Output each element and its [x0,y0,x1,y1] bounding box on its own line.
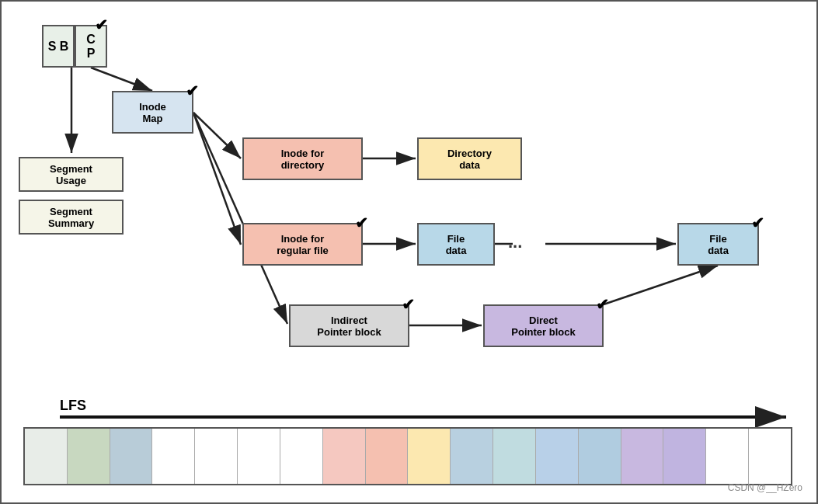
watermark: CSDN @__HZero [728,482,802,493]
direct-label: DirectPointer block [511,315,575,338]
inode-dir-box: Inode fordirectory [242,137,363,180]
lfs-cell-7 [280,429,323,484]
lfs-cell-17 [706,429,749,484]
lfs-cell-2 [68,429,110,484]
indirect-box: IndirectPointer block [289,304,409,347]
lfs-cell-1 [25,429,68,484]
lfs-cell-9 [366,429,409,484]
lfs-cell-14 [579,429,621,484]
dots: ... [508,232,522,252]
dir-data-label: Directorydata [447,148,492,171]
seg-usage-box: SegmentUsage [19,157,124,192]
dir-data-box: Directorydata [417,137,522,180]
checkmark-file-data2: ✔ [751,214,764,232]
file-data2-label: Filedata [708,233,729,256]
seg-summary-label: SegmentSummary [48,206,94,229]
direct-box: DirectPointer block [483,304,604,347]
inode-file-box: Inode forregular file [242,223,363,266]
lfs-cell-11 [451,429,493,484]
svg-line-4 [193,113,241,245]
cp-label: CP [86,33,96,61]
lfs-cell-15 [621,429,664,484]
sb-box: S B [42,25,75,68]
lfs-cell-10 [408,429,451,484]
lfs-text: LFS [60,398,86,413]
inode-map-label: InodeMap [139,101,166,124]
file-data1-label: Filedata [446,233,467,256]
lfs-cell-4 [152,429,195,484]
svg-line-3 [193,113,241,158]
svg-line-1 [91,68,152,91]
file-data1-box: Filedata [417,223,495,266]
checkmark-inode-map: ✔ [186,82,199,100]
diagram-container: S B CP ✔ InodeMap ✔ SegmentUsage Segment… [0,0,818,504]
lfs-cell-18 [749,429,791,484]
checkmark-direct: ✔ [596,295,609,314]
lfs-cell-8 [323,429,366,484]
seg-usage-label: SegmentUsage [50,163,92,186]
lfs-cell-16 [663,429,706,484]
inode-map-box: InodeMap [112,91,193,134]
inode-dir-label: Inode fordirectory [281,148,325,171]
lfs-cell-12 [493,429,536,484]
checkmark-indirect: ✔ [402,295,415,314]
inode-file-label: Inode forregular file [277,233,328,256]
lfs-bar [23,427,792,485]
checkmark-cp: ✔ [95,16,108,34]
lfs-cell-5 [195,429,238,484]
lfs-cell-3 [110,429,153,484]
indirect-label: IndirectPointer block [317,315,381,338]
checkmark-inode-file: ✔ [355,214,368,232]
lfs-cell-6 [238,429,280,484]
svg-line-9 [604,266,718,304]
file-data2-box: Filedata [677,223,759,266]
lfs-label: LFS [60,398,86,414]
seg-summary-box: SegmentSummary [19,200,124,235]
sb-label: S B [48,40,69,54]
lfs-cell-13 [536,429,579,484]
